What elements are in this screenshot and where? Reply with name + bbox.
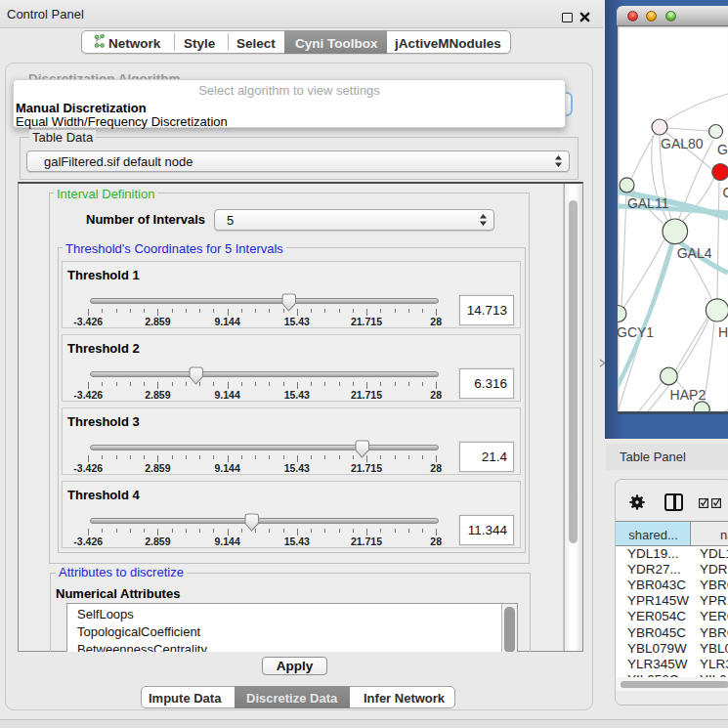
svg-text:GA: GA <box>717 142 728 157</box>
svg-text:GAL11: GAL11 <box>627 195 669 211</box>
svg-text:C: C <box>723 185 728 200</box>
svg-text:GCY1: GCY1 <box>618 324 654 340</box>
svg-text:HAP2: HAP2 <box>670 387 707 403</box>
svg-text:H: H <box>718 324 728 340</box>
svg-text:GAL80: GAL80 <box>661 136 704 151</box>
svg-text:GAL4: GAL4 <box>677 245 712 261</box>
